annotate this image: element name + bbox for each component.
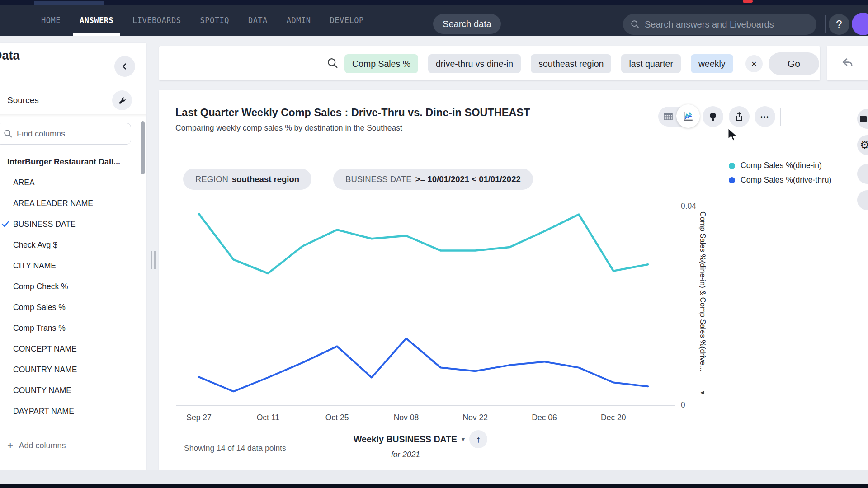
search-icon	[326, 57, 339, 70]
sidebar-scrollbar[interactable]	[141, 121, 145, 174]
top-navigation-bar: HOMEANSWERSLIVEBOARDSSPOTIQDATAADMINDEVE…	[0, 5, 868, 36]
recording-indicator	[743, 0, 753, 3]
rail-button-4[interactable]	[857, 190, 868, 210]
column-item-check-avg-[interactable]: Check Avg $	[0, 235, 140, 255]
y-axis-title[interactable]: Comp Sales %(dine-in) & Comp Sales %(dri…	[698, 211, 707, 392]
column-label: CITY NAME	[13, 261, 56, 271]
column-item-city-name[interactable]: CITY NAME	[0, 255, 140, 276]
user-avatar[interactable]	[852, 13, 868, 35]
sources-label: Sources	[7, 95, 39, 105]
chart-legend: Comp Sales %(dine-in)Comp Sales %(drive-…	[729, 161, 831, 185]
search-token-drive-thru-vs-dine-in[interactable]: drive-thru vs dine-in	[428, 54, 521, 73]
thoughtspot-app: HOMEANSWERSLIVEBOARDSSPOTIQDATAADMINDEVE…	[0, 0, 868, 488]
column-item-daypart-name[interactable]: DAYPART NAME	[0, 401, 140, 422]
more-options-button[interactable]: •••	[755, 106, 775, 127]
nav-item-data[interactable]: DATA	[239, 5, 277, 36]
panel-resize-handle[interactable]	[150, 251, 157, 271]
sidebar-collapse-button[interactable]	[114, 56, 135, 77]
rail-button-3[interactable]	[857, 164, 868, 184]
legend-label: Comp Sales %(drive-thru)	[741, 175, 831, 185]
search-icon	[630, 19, 640, 29]
x-axis-subtitle: for 2021	[360, 450, 451, 460]
swap-axis-button[interactable]: ↑	[469, 430, 487, 448]
go-button[interactable]: Go	[769, 52, 819, 75]
settings-gear-button[interactable]: ⚙	[857, 135, 868, 155]
find-columns-box[interactable]	[0, 123, 131, 145]
bottom-strip	[0, 470, 868, 484]
search-token-southeast-region[interactable]: southeast region	[531, 54, 611, 73]
column-item-area[interactable]: AREA	[0, 172, 140, 193]
undo-card[interactable]	[827, 46, 868, 80]
legend-item-comp-sales-dine-in-[interactable]: Comp Sales %(dine-in)	[729, 161, 831, 170]
data-points-status: Showing 14 of 14 data points	[184, 444, 286, 453]
chart-config-button[interactable]	[857, 109, 868, 129]
nav-item-home[interactable]: HOME	[32, 5, 70, 36]
nav-item-admin[interactable]: ADMIN	[277, 5, 321, 36]
x-tick-label: Oct 25	[326, 413, 349, 422]
column-item-comp-trans-[interactable]: Comp Trans %	[0, 318, 140, 338]
search-token-weekly[interactable]: weekly	[691, 54, 733, 73]
x-axis-field-label[interactable]: Weekly BUSINESS DATE	[354, 434, 457, 445]
column-item-county-name[interactable]: COUNTY NAME	[0, 380, 140, 401]
search-token-comp-sales-[interactable]: Comp Sales %	[344, 54, 418, 73]
x-axis-control: Weekly BUSINESS DATE ▾ ↑	[354, 430, 487, 448]
nav-item-answers[interactable]: ANSWERS	[70, 5, 123, 36]
window-top-strip	[0, 0, 868, 5]
column-label: Comp Check %	[13, 282, 68, 291]
column-label: COUNTY NAME	[13, 386, 71, 395]
filter-chip-business-date[interactable]: BUSINESS DATE>= 10/01/2021 < 01/01/2022	[333, 169, 533, 190]
column-label: Comp Sales %	[13, 303, 66, 312]
column-label: DAYPART NAME	[13, 407, 74, 416]
x-tick-label: Dec 20	[601, 413, 626, 422]
taskbar-edge	[0, 484, 868, 488]
series-line-comp-sales-drive-thru-[interactable]	[199, 338, 648, 392]
plus-icon: +	[7, 441, 13, 451]
chart-config-icon	[860, 116, 867, 122]
help-button[interactable]: ?	[829, 14, 849, 35]
nav-items: HOMEANSWERSLIVEBOARDSSPOTIQDATAADMINDEVE…	[32, 5, 373, 36]
nav-item-liveboards[interactable]: LIVEBOARDS	[123, 5, 190, 36]
column-label: Comp Trans %	[13, 324, 66, 333]
answer-search-bar[interactable]: Comp Sales %drive-thru vs dine-insouthea…	[159, 46, 820, 80]
lightbulb-icon	[708, 111, 718, 122]
column-item-comp-check-[interactable]: Comp Check %	[0, 276, 140, 297]
column-item-area-leader-name[interactable]: AREA LEADER NAME	[0, 193, 140, 214]
legend-item-comp-sales-drive-thru-[interactable]: Comp Sales %(drive-thru)	[729, 175, 831, 185]
nav-item-develop[interactable]: DEVELOP	[321, 5, 373, 36]
source-name[interactable]: InterBurger Restaurant Dail...	[0, 151, 140, 172]
column-item-country-name[interactable]: COUNTRY NAME	[0, 359, 140, 380]
chart-view-button-active[interactable]	[676, 104, 700, 128]
line-chart[interactable]: Sep 27Oct 11Oct 25Nov 08Nov 22Dec 06Dec …	[176, 197, 678, 425]
chevron-down-icon[interactable]: ▾	[462, 436, 465, 443]
add-columns-button[interactable]: + Add columns	[7, 441, 66, 451]
column-item-business-date[interactable]: BUSINESS DATE	[0, 214, 140, 235]
top-strip-segment	[34, 1, 104, 5]
wrench-icon	[118, 96, 127, 105]
series-line-comp-sales-dine-in-[interactable]	[199, 214, 648, 273]
y-axis-collapse-icon[interactable]: ◀	[700, 389, 704, 395]
global-search-input[interactable]: Search answers and Liveboards	[623, 14, 816, 35]
answer-card: Last Quarter Weekly Comp Sales : Drive-T…	[159, 90, 868, 470]
clear-search-button[interactable]: ×	[745, 55, 763, 72]
column-item-comp-sales-[interactable]: Comp Sales %	[0, 297, 140, 318]
column-item-concept-name[interactable]: CONCEPT NAME	[0, 338, 140, 359]
nav-item-spotiq[interactable]: SPOTIQ	[190, 5, 238, 36]
spotiq-insight-button[interactable]	[703, 106, 723, 127]
column-list: InterBurger Restaurant Dail...AREAAREA L…	[0, 151, 140, 422]
check-icon	[1, 220, 10, 231]
pin-button[interactable]: Pin	[787, 105, 840, 127]
legend-label: Comp Sales %(dine-in)	[741, 161, 822, 170]
sidebar-divider	[0, 85, 146, 85]
column-label: Check Avg $	[13, 240, 57, 250]
search-token-last-quarter[interactable]: last quarter	[621, 54, 681, 73]
x-tick-label: Dec 06	[532, 413, 557, 422]
table-view-icon[interactable]	[663, 111, 674, 122]
sources-settings-button[interactable]	[112, 90, 132, 110]
search-data-button[interactable]: Search data	[433, 14, 501, 34]
filter-field: REGION	[195, 174, 228, 184]
filter-chip-region[interactable]: REGIONsoutheast region	[183, 169, 311, 190]
find-columns-input[interactable]	[17, 129, 126, 139]
share-button[interactable]	[729, 106, 750, 127]
column-label: AREA	[13, 178, 35, 188]
nav-divider	[825, 15, 826, 33]
